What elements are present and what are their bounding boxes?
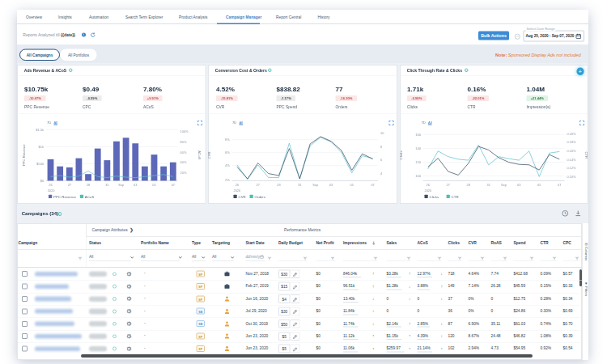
svg-text:28: 28: [277, 183, 280, 187]
svg-text:0.16%: 0.16%: [567, 149, 577, 153]
svg-text:20%: 20%: [180, 171, 187, 175]
svg-text:07: 07: [371, 183, 374, 187]
svg-text:03: 03: [517, 183, 520, 187]
svg-text:0.18%: 0.18%: [567, 140, 577, 144]
svg-text:07: 07: [172, 183, 175, 187]
svg-text:6: 6: [380, 158, 382, 162]
svg-text:Sep: Sep: [118, 183, 124, 187]
svg-text:05: 05: [152, 183, 155, 187]
svg-text:$1k: $1k: [39, 145, 45, 149]
svg-text:40%: 40%: [180, 160, 187, 164]
svg-text:8: 8: [380, 145, 382, 149]
svg-text:4%: 4%: [225, 163, 230, 167]
svg-text:2020: 2020: [233, 188, 240, 193]
svg-text:ACoS: ACoS: [85, 195, 95, 199]
svg-text:CVR: CVR: [208, 151, 211, 159]
svg-text:07: 07: [558, 183, 561, 187]
svg-text:PPC Revenue: PPC Revenue: [22, 144, 26, 166]
svg-text:26: 26: [49, 183, 52, 187]
svg-text:Clicks: Clicks: [400, 150, 403, 159]
svg-text:80%: 80%: [180, 140, 187, 144]
svg-text:0.14%: 0.14%: [567, 158, 577, 162]
svg-text:27: 27: [257, 183, 260, 187]
svg-text:31: 31: [105, 183, 108, 187]
svg-text:28: 28: [87, 183, 90, 187]
svg-text:05: 05: [350, 183, 354, 187]
svg-text:Sep: Sep: [312, 183, 318, 187]
svg-text:120: 120: [415, 160, 422, 164]
svg-text:160: 160: [415, 133, 422, 137]
svg-text:140: 140: [415, 146, 422, 150]
svg-text:03: 03: [134, 183, 137, 187]
svg-text:10: 10: [380, 131, 384, 135]
svg-text:100%: 100%: [180, 129, 189, 133]
svg-text:$1.5k: $1.5k: [36, 128, 45, 132]
svg-text:60%: 60%: [180, 150, 187, 154]
svg-text:$500: $500: [36, 162, 45, 166]
svg-text:CVR: CVR: [238, 195, 245, 199]
svg-text:27: 27: [68, 183, 71, 187]
svg-text:03: 03: [329, 183, 333, 187]
svg-text:28: 28: [467, 183, 470, 187]
svg-text:0.12%: 0.12%: [567, 166, 577, 170]
svg-text:CTR: CTR: [452, 195, 459, 199]
svg-text:26: 26: [427, 183, 430, 187]
svg-text:Sep: Sep: [501, 183, 507, 187]
svg-text:100: 100: [415, 174, 422, 178]
svg-text:6%: 6%: [225, 150, 230, 154]
svg-text:CTR: CTR: [584, 151, 588, 159]
svg-text:8%: 8%: [225, 138, 230, 142]
svg-text:ACoS: ACoS: [197, 150, 202, 159]
svg-text:Orders: Orders: [255, 195, 266, 199]
svg-text:0.10%: 0.10%: [567, 175, 577, 179]
svg-text:PPC Revenue: PPC Revenue: [53, 195, 76, 199]
svg-text:26: 26: [236, 183, 239, 187]
svg-text:31: 31: [298, 183, 301, 187]
svg-text:05: 05: [537, 183, 541, 187]
svg-text:2020: 2020: [48, 188, 55, 193]
svg-text:4: 4: [380, 171, 383, 176]
svg-text:Clicks: Clicks: [430, 195, 440, 199]
svg-text:2020: 2020: [425, 188, 432, 193]
svg-text:$0: $0: [40, 179, 45, 183]
svg-text:27: 27: [447, 183, 450, 187]
svg-text:0.20%: 0.20%: [567, 132, 577, 136]
svg-text:2%: 2%: [225, 178, 230, 182]
svg-text:31: 31: [487, 183, 490, 187]
